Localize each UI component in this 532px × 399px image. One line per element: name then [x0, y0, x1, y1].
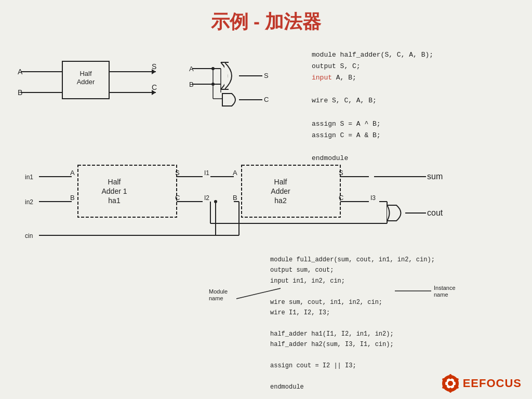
svg-text:S: S	[175, 169, 180, 177]
code-top-line-8: assign C = A & B;	[312, 130, 433, 141]
eefocus-text: EEFOCUS	[463, 377, 522, 390]
svg-text:ha1: ha1	[108, 196, 121, 205]
svg-text:sum: sum	[427, 172, 443, 181]
code-bottom-line-8: half_adder ha1(I1, I2, in1, in2);	[270, 329, 435, 339]
svg-text:A: A	[233, 169, 237, 177]
svg-text:cin: cin	[25, 232, 33, 240]
code-bottom-line-7	[270, 318, 435, 328]
svg-text:C: C	[152, 83, 157, 91]
svg-point-51	[214, 200, 217, 203]
svg-text:cout: cout	[427, 208, 443, 217]
svg-text:C: C	[175, 194, 180, 202]
svg-text:A: A	[70, 169, 75, 177]
page: 示例 - 加法器 A B Half Adder S C A B	[0, 0, 532, 399]
svg-text:S: S	[152, 62, 156, 71]
code-top-line-2: output S, C;	[312, 61, 433, 72]
svg-text:Instance: Instance	[434, 285, 456, 291]
svg-text:B: B	[189, 81, 194, 88]
svg-text:in2: in2	[25, 198, 33, 206]
svg-text:C: C	[264, 96, 269, 103]
svg-text:name: name	[434, 291, 448, 298]
simple-ha-diagram: A B Half Adder S C	[10, 52, 182, 109]
svg-rect-37	[78, 165, 177, 217]
svg-text:in1: in1	[25, 174, 33, 181]
full-adder-diagram: in1 in2 cin A B Half Adder 1 ha1 S I1 C …	[10, 151, 462, 260]
svg-text:Half: Half	[108, 178, 121, 186]
svg-point-82	[448, 381, 453, 386]
code-top: module half_adder(S, C, A, B); output S,…	[312, 49, 433, 164]
svg-text:Half: Half	[274, 178, 287, 186]
code-top-line-4	[312, 84, 433, 95]
code-top-line-6	[312, 107, 433, 118]
svg-text:I2: I2	[204, 194, 209, 202]
eefocus-logo: EEFOCUS	[441, 374, 522, 393]
svg-text:Adder 1: Adder 1	[101, 187, 127, 195]
svg-text:S: S	[264, 72, 269, 79]
svg-text:A: A	[189, 65, 194, 73]
code-bottom-line-10	[270, 350, 435, 361]
svg-text:C: C	[339, 194, 343, 202]
svg-text:Module: Module	[209, 288, 228, 295]
code-top-line-5: wire S, C, A, B;	[312, 95, 433, 107]
code-bottom: module full_adder(sum, cout, in1, in2, c…	[270, 255, 435, 392]
code-bottom-line-2: output sum, cout;	[270, 265, 435, 275]
code-bottom-line-9: half_adder ha2(sum, I3, I1, cin);	[270, 339, 435, 350]
svg-text:Half: Half	[79, 70, 92, 77]
code-top-line-7: assign S = A ^ B;	[312, 118, 433, 130]
svg-rect-56	[242, 165, 340, 217]
svg-point-83	[449, 374, 452, 379]
svg-text:S: S	[339, 169, 343, 177]
eefocus-icon	[441, 374, 460, 393]
svg-text:I1: I1	[204, 169, 209, 177]
svg-point-28	[211, 83, 215, 86]
gate-diagram: A B S C	[187, 52, 301, 109]
svg-point-86	[449, 388, 452, 393]
svg-text:B: B	[18, 88, 22, 97]
code-top-line-1: module half_adder(S, C, A, B);	[312, 49, 433, 61]
svg-text:B: B	[70, 194, 75, 202]
svg-text:name: name	[209, 295, 223, 301]
svg-text:Adder: Adder	[271, 187, 290, 195]
page-title: 示例 - 加法器	[211, 9, 321, 35]
code-bottom-line-12	[270, 371, 435, 381]
code-bottom-line-6: wire I1, I2, I3;	[270, 308, 435, 318]
svg-line-74	[236, 288, 281, 299]
code-bottom-line-1: module full_adder(sum, cout, in1, in2, c…	[270, 255, 435, 265]
svg-text:B: B	[233, 194, 237, 202]
svg-text:ha2: ha2	[274, 196, 287, 205]
code-bottom-line-13: endmodule	[270, 382, 435, 392]
code-bottom-line-11: assign cout = I2 || I3;	[270, 361, 435, 371]
code-top-line-3: input A, B;	[312, 72, 433, 84]
svg-point-29	[211, 67, 215, 70]
svg-text:A: A	[18, 68, 23, 76]
svg-text:I3: I3	[370, 194, 376, 202]
svg-text:Adder: Adder	[77, 78, 95, 86]
annotation-lines: Module name Instance name	[208, 281, 468, 307]
